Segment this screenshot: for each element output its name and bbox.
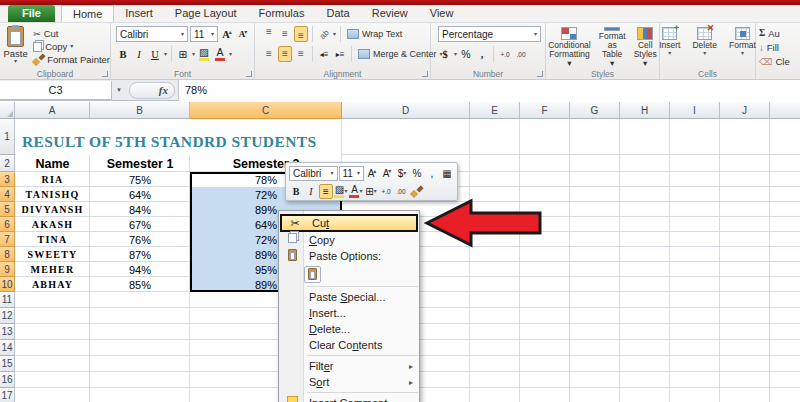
menu-item-insert-comment[interactable]: Insert Comment [279, 395, 419, 402]
percent-style-button[interactable]: % [459, 46, 473, 62]
borders-button[interactable]: ⊞ [176, 46, 190, 62]
menu-item-filter[interactable]: Filter▸ [279, 358, 419, 374]
comma-style-button[interactable]: , [475, 46, 489, 62]
conditional-formatting-button[interactable]: Conditional Formatting ▾ [544, 24, 595, 68]
column-header-G[interactable]: G [570, 102, 620, 119]
middle-align-button[interactable]: ≡ [278, 26, 292, 42]
student-name-cell[interactable]: SWEETY [15, 247, 90, 262]
decrease-decimal-button[interactable]: .00 [394, 184, 408, 199]
row-header-16[interactable]: 16 [0, 372, 15, 388]
insert-function-button[interactable]: fx [129, 82, 175, 99]
semester1-cell[interactable]: 84% [90, 202, 190, 217]
semester1-cell[interactable]: 64% [90, 187, 190, 202]
borders-button[interactable]: ⊞▾ [364, 184, 378, 199]
menu-item-cut[interactable]: ✂Cut [280, 214, 418, 232]
chevron-down-icon[interactable]: ▾ [164, 52, 167, 57]
semester1-cell[interactable]: 85% [90, 277, 190, 292]
column-header-D[interactable]: D [342, 102, 470, 119]
decrease-decimal-button[interactable]: .00 [514, 46, 528, 62]
menu-item-paste-special[interactable]: Paste Special... [279, 289, 419, 305]
semester1-cell[interactable]: 67% [90, 217, 190, 232]
dialog-launcher-icon[interactable] [246, 71, 252, 77]
align-right-button[interactable]: ≡ [294, 46, 308, 62]
paste-option-button[interactable] [304, 266, 321, 283]
format-painter-button[interactable]: Format Painter [31, 53, 110, 66]
paste-button[interactable]: Paste ▾ [0, 24, 31, 68]
tab-data[interactable]: Data [315, 5, 360, 22]
row-header-15[interactable]: 15 [0, 356, 15, 372]
copy-button[interactable]: Copy▾ [31, 40, 110, 53]
font-name-combo[interactable]: Calibri▾ [116, 26, 188, 42]
chevron-down-icon[interactable]: ▾ [333, 32, 336, 37]
row-header-1[interactable]: 1 [0, 119, 15, 155]
dialog-launcher-icon[interactable] [537, 71, 543, 77]
clear-button[interactable]: ⌫Cle [759, 54, 790, 68]
student-name-cell[interactable]: TANISHQ [15, 187, 90, 202]
font-color-button[interactable]: A [213, 46, 227, 62]
chevron-down-icon[interactable]: ▾ [112, 86, 126, 94]
number-format-combo[interactable]: Percentage▾ [438, 26, 541, 42]
semester1-cell[interactable]: 94% [90, 262, 190, 277]
student-name-cell[interactable]: DIVYANSH [15, 202, 90, 217]
tab-insert[interactable]: Insert [114, 5, 164, 22]
tab-review[interactable]: Review [361, 5, 419, 22]
menu-item-copy[interactable]: Copy [279, 232, 419, 248]
delete-cells-button[interactable]: ✕Delete▾ [688, 24, 721, 68]
column-header-C[interactable]: C [190, 102, 342, 119]
wrap-text-button[interactable]: Wrap Text [345, 28, 402, 41]
format-cells-button[interactable]: ▦ [440, 166, 454, 181]
percent-style-button[interactable]: % [410, 166, 424, 181]
row-header-2[interactable]: 2 [0, 155, 15, 172]
grow-font-button[interactable]: A▴ [365, 166, 379, 181]
formula-input[interactable]: 78% [178, 80, 800, 101]
align-center-button[interactable]: ≡ [278, 46, 292, 62]
row-header-10[interactable]: 10 [0, 277, 15, 292]
table-header-cell[interactable]: Name [15, 155, 90, 172]
increase-decimal-button[interactable]: +.0 [379, 184, 393, 199]
menu-item-delete[interactable]: Delete... [279, 321, 419, 337]
tab-home[interactable]: Home [61, 5, 114, 22]
fill-color-button[interactable]: ▨▾ [334, 184, 348, 199]
column-header-E[interactable]: E [470, 102, 520, 119]
orientation-button[interactable]: ab [317, 26, 331, 42]
column-header-B[interactable]: B [90, 102, 190, 119]
underline-button[interactable]: U [148, 46, 162, 62]
semester1-cell[interactable]: 87% [90, 247, 190, 262]
align-left-button[interactable]: ≡ [262, 46, 276, 62]
menu-item-sort[interactable]: Sort▸ [279, 374, 419, 390]
accounting-format-button[interactable]: $ [438, 46, 452, 62]
student-name-cell[interactable]: RIA [15, 172, 90, 187]
column-header-A[interactable]: A [15, 102, 90, 119]
comma-style-button[interactable]: , [425, 166, 439, 181]
bottom-align-button[interactable]: ≡ [294, 26, 308, 42]
row-header-12[interactable]: 12 [0, 308, 15, 324]
menu-item-insert[interactable]: Insert... [279, 305, 419, 321]
student-name-cell[interactable]: ABHAY [15, 277, 90, 292]
shrink-font-button[interactable]: A▾ [380, 166, 394, 181]
tab-view[interactable]: View [419, 5, 465, 22]
row-header-3[interactable]: 3 [0, 172, 15, 187]
italic-button[interactable]: I [132, 46, 146, 62]
select-all-corner[interactable] [0, 102, 15, 119]
center-align-button[interactable]: ≡ [319, 184, 333, 199]
menu-item-clear-contents[interactable]: Clear Contents [279, 337, 419, 353]
student-name-cell[interactable]: MEHER [15, 262, 90, 277]
tab-file[interactable]: File [8, 5, 55, 22]
student-name-cell[interactable]: TINA [15, 232, 90, 247]
semester1-cell[interactable]: 75% [90, 172, 190, 187]
merge-center-button[interactable]: Merge & Center▾ [356, 48, 443, 61]
column-header-F[interactable]: F [520, 102, 570, 119]
grow-font-button[interactable]: A▴ [220, 26, 234, 42]
shrink-font-button[interactable]: A▾ [236, 26, 250, 42]
dialog-launcher-icon[interactable] [422, 71, 428, 77]
top-align-button[interactable]: ≡ [262, 26, 276, 42]
row-header-7[interactable]: 7 [0, 232, 15, 247]
format-as-table-button[interactable]: Format as Table ▾ [595, 24, 630, 68]
student-name-cell[interactable]: AKASH [15, 217, 90, 232]
row-header-11[interactable]: 11 [0, 292, 15, 308]
row-header-4[interactable]: 4 [0, 187, 15, 202]
tab-page-layout[interactable]: Page Layout [164, 5, 248, 22]
insert-cells-button[interactable]: +Insert▾ [655, 24, 684, 68]
column-header-partial[interactable] [770, 102, 800, 119]
fill-button[interactable]: ↓Fill [759, 40, 790, 54]
